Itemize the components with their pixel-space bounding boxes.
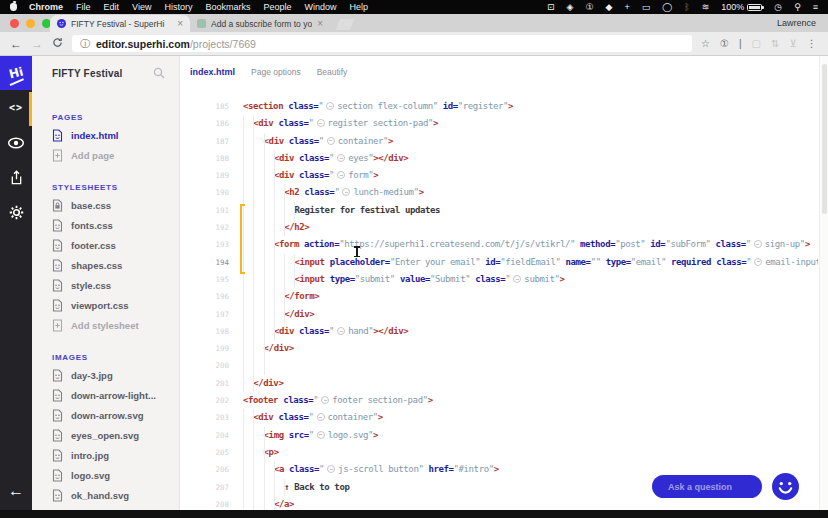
code-line[interactable]: 201</div> bbox=[180, 375, 818, 392]
code-line[interactable]: 185<section class="section flex-column" … bbox=[180, 98, 818, 115]
collapse-chip-icon[interactable] bbox=[317, 431, 325, 439]
circle-icon[interactable]: ◯ bbox=[662, 2, 672, 12]
extension-plus-icon[interactable]: + bbox=[624, 2, 629, 12]
file-item-logo-svg[interactable]: logo.svg bbox=[32, 465, 179, 485]
file-item-intro-jpg[interactable]: intro.jpg bbox=[32, 445, 179, 465]
collapse-chip-icon[interactable] bbox=[754, 258, 762, 266]
spotlight-icon[interactable]: ⚲ bbox=[794, 2, 801, 12]
dropbox-icon[interactable]: ◈ bbox=[567, 2, 574, 12]
file-item-base-css[interactable]: base.css bbox=[32, 195, 179, 215]
menu-item-help[interactable]: Help bbox=[349, 2, 368, 12]
file-item-fonts-css[interactable]: fonts.css bbox=[32, 215, 179, 235]
code-line[interactable]: 187<div class="container"> bbox=[180, 133, 818, 150]
menu-item-file[interactable]: File bbox=[76, 2, 91, 12]
code-line[interactable]: 204<img src="logo.svg"> bbox=[180, 427, 818, 444]
forward-button[interactable]: → bbox=[31, 38, 43, 50]
file-item-style-css[interactable]: style.css bbox=[32, 275, 179, 295]
editor-tab-index-html[interactable]: index.html bbox=[190, 67, 235, 77]
extension-bar-icon[interactable]: | bbox=[739, 38, 742, 49]
code-line[interactable]: 200 bbox=[180, 357, 818, 374]
bluetooth-icon[interactable]: ᛒ bbox=[684, 2, 689, 12]
window-icon[interactable]: ▭ bbox=[642, 2, 651, 12]
code-line[interactable]: 190<h2 class="lunch-medium"> bbox=[180, 184, 818, 201]
extension-faded-icon-1[interactable]: ▢ bbox=[752, 38, 761, 49]
collapse-chip-icon[interactable] bbox=[337, 171, 345, 179]
code-line[interactable]: 195<input type="submit" value="Submit" c… bbox=[180, 271, 818, 288]
code-area[interactable]: 185<section class="section flex-column" … bbox=[180, 88, 818, 510]
code-line[interactable]: 192</h2> bbox=[180, 219, 818, 236]
menu-item-window[interactable]: Window bbox=[304, 2, 336, 12]
file-item-down-arrow-svg[interactable]: down-arrow.svg bbox=[32, 405, 179, 425]
extension-circle-icon[interactable]: ① bbox=[720, 38, 729, 49]
code-line[interactable]: 203<div class="container"> bbox=[180, 409, 818, 426]
menu-item-edit[interactable]: Edit bbox=[104, 2, 120, 12]
code-line[interactable]: 189<div class="form"> bbox=[180, 167, 818, 184]
file-item-viewport-css[interactable]: viewport.css bbox=[32, 295, 179, 315]
collapse-chip-icon[interactable] bbox=[317, 119, 325, 127]
battery-indicator[interactable]: 100% bbox=[721, 2, 762, 12]
tab-close-icon[interactable]: × bbox=[177, 18, 183, 29]
close-window-button[interactable] bbox=[10, 19, 19, 28]
bookmark-star-icon[interactable]: ☆ bbox=[701, 38, 710, 49]
menu-item-bookmarks[interactable]: Bookmarks bbox=[205, 2, 250, 12]
tool-preview-eye[interactable] bbox=[0, 125, 32, 160]
browser-tab-add-a-subscribe-form-to-your[interactable]: Add a subscribe form to your× bbox=[190, 15, 330, 32]
file-item-shapes-css[interactable]: shapes.css bbox=[32, 255, 179, 275]
scrollbar-thumb[interactable] bbox=[822, 64, 827, 214]
code-line[interactable]: 202<footer class="footer section-pad"> bbox=[180, 392, 818, 409]
tab-close-icon[interactable]: × bbox=[317, 18, 323, 29]
search-icon[interactable] bbox=[153, 67, 165, 79]
droplet-icon[interactable]: ◆ bbox=[606, 2, 613, 12]
menu-lines-icon[interactable]: ≡ bbox=[813, 2, 818, 12]
profile-name[interactable]: Lawrence bbox=[777, 18, 828, 28]
browser-tab-fifty-festival-superhi[interactable]: FIFTY Festival - SuperHi× bbox=[50, 15, 190, 32]
collapse-chip-icon[interactable] bbox=[321, 396, 329, 404]
help-smiley-icon[interactable] bbox=[772, 473, 799, 500]
minimize-window-button[interactable] bbox=[26, 19, 35, 28]
superhi-logo[interactable]: Hi bbox=[0, 56, 32, 90]
collapse-chip-icon[interactable] bbox=[337, 327, 345, 335]
file-item-down-arrow-light[interactable]: down-arrow-light... bbox=[32, 385, 179, 405]
collapse-chip-icon[interactable] bbox=[317, 413, 325, 421]
collapse-chip-icon[interactable] bbox=[342, 188, 350, 196]
code-line[interactable]: 188<div class="eyes"></div> bbox=[180, 150, 818, 167]
tool-settings-gear[interactable] bbox=[0, 195, 32, 230]
tool-share-upload[interactable] bbox=[0, 160, 32, 195]
code-line[interactable]: 198<div class="hand"></div> bbox=[180, 323, 818, 340]
add-item-add-page[interactable]: Add page bbox=[32, 145, 179, 165]
browser-menu-icon[interactable]: ⋮ bbox=[807, 38, 817, 49]
code-line[interactable]: 199</div> bbox=[180, 340, 818, 357]
editor-tab-page-options[interactable]: Page options bbox=[251, 67, 301, 77]
code-line[interactable]: 194<input placeholder="Enter your email"… bbox=[180, 254, 818, 271]
apple-icon[interactable] bbox=[10, 3, 17, 11]
back-arrow-button[interactable]: ← bbox=[0, 482, 32, 500]
menu-item-view[interactable]: View bbox=[132, 2, 151, 12]
file-item-day-3-jpg[interactable]: day-3.jpg bbox=[32, 365, 179, 385]
collapse-chip-icon[interactable] bbox=[513, 275, 521, 283]
wifi-icon[interactable]: ≋ bbox=[702, 2, 710, 12]
back-button[interactable]: ← bbox=[10, 38, 22, 50]
reload-icon[interactable] bbox=[52, 37, 63, 50]
tool-code-editor[interactable]: <> bbox=[0, 90, 32, 125]
collapse-chip-icon[interactable] bbox=[326, 102, 334, 110]
clock-icon[interactable]: ◷ bbox=[774, 2, 782, 12]
code-line[interactable]: 196</form> bbox=[180, 288, 818, 305]
code-line[interactable]: 197</div> bbox=[180, 306, 818, 323]
collapse-chip-icon[interactable] bbox=[327, 465, 335, 473]
file-item-index-html[interactable]: index.html bbox=[32, 125, 179, 145]
file-item-footer-css[interactable]: footer.css bbox=[32, 235, 179, 255]
new-tab-button[interactable] bbox=[336, 19, 354, 30]
file-item-ok-hand-svg[interactable]: ok_hand.svg bbox=[32, 485, 179, 505]
code-line[interactable]: 191Register for festival updates bbox=[180, 202, 818, 219]
circle-one-icon[interactable]: ① bbox=[585, 2, 593, 12]
address-bar[interactable]: ⓘ editor.superhi.com/projects/7669 bbox=[72, 35, 692, 52]
screen-share-icon[interactable]: ⊡ bbox=[547, 2, 555, 12]
ask-question-button[interactable]: Ask a question bbox=[652, 475, 762, 498]
code-line[interactable]: 186<div class="register section-pad"> bbox=[180, 115, 818, 132]
collapse-chip-icon[interactable] bbox=[327, 137, 335, 145]
editor-tab-beautify[interactable]: Beautify bbox=[317, 67, 348, 77]
menu-item-chrome[interactable]: Chrome bbox=[29, 2, 63, 12]
add-item-add-stylesheet[interactable]: Add stylesheet bbox=[32, 315, 179, 335]
extension-faded-icon-2[interactable]: ⇅ bbox=[771, 38, 779, 49]
collapse-chip-icon[interactable] bbox=[337, 154, 345, 162]
